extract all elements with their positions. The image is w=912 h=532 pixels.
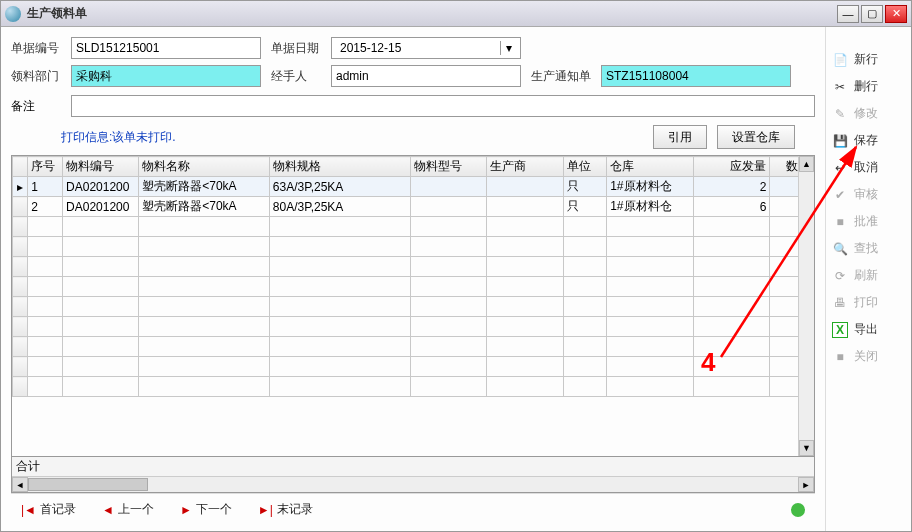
dept-label: 领料部门 <box>11 68 61 85</box>
save-icon: 💾 <box>832 133 848 149</box>
sidebar-item-label: 刷新 <box>854 267 878 284</box>
maximize-button[interactable]: ▢ <box>861 5 883 23</box>
new-row-icon: 📄 <box>832 52 848 68</box>
col-unit[interactable]: 单位 <box>563 157 607 177</box>
sidebar-close-button: ■关闭 <box>832 348 905 365</box>
remark-label: 备注 <box>11 98 61 115</box>
table-row[interactable] <box>13 217 814 237</box>
table-row[interactable] <box>13 317 814 337</box>
sidebar-item-label: 打印 <box>854 294 878 311</box>
sidebar-item-label: 新行 <box>854 51 878 68</box>
close-button[interactable]: ✕ <box>885 5 907 23</box>
sidebar-item-label: 批准 <box>854 213 878 230</box>
scroll-up-icon[interactable]: ▲ <box>799 156 814 172</box>
doc-date-input[interactable]: ▾ <box>331 37 521 59</box>
col-model[interactable]: 物料型号 <box>411 157 487 177</box>
last-record-button[interactable]: ►|末记录 <box>258 501 313 518</box>
table-row[interactable] <box>13 277 814 297</box>
prev-record-button[interactable]: ◄上一个 <box>102 501 154 518</box>
notice-input[interactable] <box>601 65 791 87</box>
minimize-button[interactable]: — <box>837 5 859 23</box>
doc-no-label: 单据编号 <box>11 40 61 57</box>
record-nav: |◄首记录 ◄上一个 ►下一个 ►|末记录 <box>11 493 815 525</box>
vertical-scrollbar[interactable]: ▲ ▼ <box>798 156 814 456</box>
scroll-left-icon[interactable]: ◄ <box>12 477 28 492</box>
sidebar-audit-button: ✔审核 <box>832 186 905 203</box>
col-mfr[interactable]: 生产商 <box>487 157 563 177</box>
status-indicator-icon <box>791 503 805 517</box>
sidebar-save-button[interactable]: 💾保存 <box>832 132 905 149</box>
sidebar-find-button: 🔍查找 <box>832 240 905 257</box>
window: 生产领料单 — ▢ ✕ 单据编号 单据日期 ▾ 领料部门 经手人 生产通 <box>0 0 912 532</box>
handler-input[interactable] <box>331 65 521 87</box>
sidebar-export-button[interactable]: X导出 <box>832 321 905 338</box>
sidebar-print-button: 🖶打印 <box>832 294 905 311</box>
next-record-button[interactable]: ►下一个 <box>180 501 232 518</box>
app-icon <box>5 6 21 22</box>
col-seq[interactable]: 序号 <box>28 157 63 177</box>
action-sidebar: 📄新行✂删行✎修改💾保存↩取消✔审核■批准🔍查找⟳刷新🖶打印X导出■关闭 <box>825 27 911 531</box>
col-name[interactable]: 物料名称 <box>139 157 270 177</box>
col-spec[interactable]: 物料规格 <box>269 157 410 177</box>
export-icon: X <box>832 322 848 338</box>
sidebar-item-label: 导出 <box>854 321 878 338</box>
modify-icon: ✎ <box>832 106 848 122</box>
table-row[interactable] <box>13 377 814 397</box>
table-row[interactable] <box>13 297 814 317</box>
table-row[interactable]: 2DA0201200塑壳断路器<70kA80A/3P,25KA只1#原材料仓66 <box>13 197 814 217</box>
refresh-icon: ⟳ <box>832 268 848 284</box>
sidebar-approve-button: ■批准 <box>832 213 905 230</box>
sidebar-cancel-button[interactable]: ↩取消 <box>832 159 905 176</box>
sidebar-new-row-button[interactable]: 📄新行 <box>832 51 905 68</box>
doc-no-input[interactable] <box>71 37 261 59</box>
first-record-button[interactable]: |◄首记录 <box>21 501 76 518</box>
remark-input[interactable] <box>71 95 815 117</box>
sidebar-item-label: 修改 <box>854 105 878 122</box>
table-row[interactable] <box>13 237 814 257</box>
print-icon: 🖶 <box>832 295 848 311</box>
horizontal-scrollbar[interactable]: ◄ ► <box>12 476 814 492</box>
sidebar-del-row-button[interactable]: ✂删行 <box>832 78 905 95</box>
col-code[interactable]: 物料编号 <box>63 157 139 177</box>
sidebar-item-label: 查找 <box>854 240 878 257</box>
doc-date-label: 单据日期 <box>271 40 321 57</box>
titlebar: 生产领料单 — ▢ ✕ <box>1 1 911 27</box>
sidebar-item-label: 审核 <box>854 186 878 203</box>
set-warehouse-button[interactable]: 设置仓库 <box>717 125 795 149</box>
cancel-icon: ↩ <box>832 160 848 176</box>
sidebar-item-label: 保存 <box>854 132 878 149</box>
col-should[interactable]: 应发量 <box>694 157 770 177</box>
audit-icon: ✔ <box>832 187 848 203</box>
scroll-down-icon[interactable]: ▼ <box>799 440 814 456</box>
chevron-down-icon[interactable]: ▾ <box>500 41 516 55</box>
scroll-right-icon[interactable]: ► <box>798 477 814 492</box>
totals-row: 合计 <box>12 456 814 476</box>
notice-label: 生产通知单 <box>531 68 591 85</box>
find-icon: 🔍 <box>832 241 848 257</box>
scroll-thumb[interactable] <box>28 478 148 491</box>
dept-input[interactable] <box>71 65 261 87</box>
window-title: 生产领料单 <box>27 5 837 22</box>
table-row[interactable]: ▸1DA0201200塑壳断路器<70kA63A/3P,25KA只1#原材料仓2… <box>13 177 814 197</box>
approve-icon: ■ <box>832 214 848 230</box>
sidebar-item-label: 关闭 <box>854 348 878 365</box>
sidebar-item-label: 删行 <box>854 78 878 95</box>
table-row[interactable] <box>13 257 814 277</box>
del-row-icon: ✂ <box>832 79 848 95</box>
sidebar-modify-button: ✎修改 <box>832 105 905 122</box>
handler-label: 经手人 <box>271 68 321 85</box>
header-form: 单据编号 单据日期 ▾ 领料部门 经手人 生产通知单 <box>11 37 815 87</box>
reference-button[interactable]: 引用 <box>653 125 707 149</box>
table-row[interactable] <box>13 337 814 357</box>
grid-header-row: 序号 物料编号 物料名称 物料规格 物料型号 生产商 单位 仓库 应发量 数量 <box>13 157 814 177</box>
sidebar-refresh-button: ⟳刷新 <box>832 267 905 284</box>
sidebar-item-label: 取消 <box>854 159 878 176</box>
col-wh[interactable]: 仓库 <box>607 157 694 177</box>
grid: 序号 物料编号 物料名称 物料规格 物料型号 生产商 单位 仓库 应发量 数量 … <box>11 155 815 493</box>
close-icon: ■ <box>832 349 848 365</box>
print-info: 打印信息:该单未打印. <box>61 129 176 146</box>
table-row[interactable] <box>13 357 814 377</box>
